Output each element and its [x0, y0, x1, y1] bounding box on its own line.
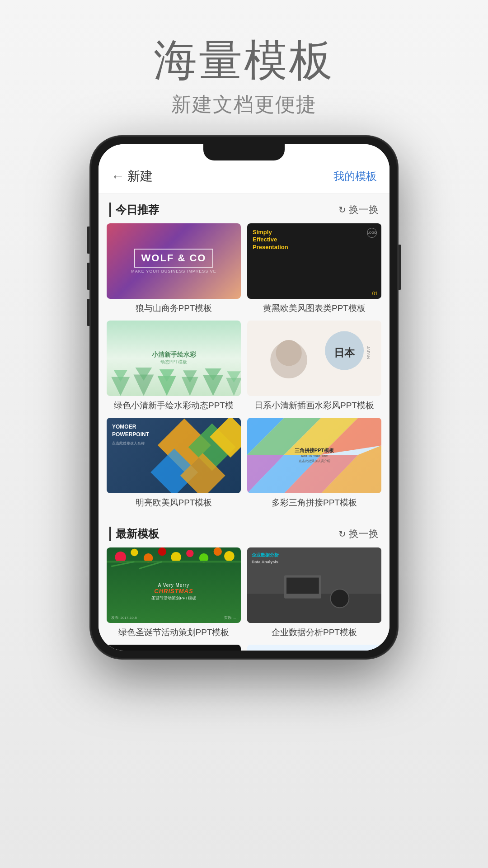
latest-section-header: 最新模板 ↻ 换一换	[99, 518, 389, 547]
christmas-deco-svg	[107, 547, 241, 585]
latest-refresh-icon: ↻	[338, 528, 346, 539]
template-thumb-yomoer: YOMOERPOWERPOINT 点击此处修改人名称	[107, 418, 241, 493]
simple-number: 01	[372, 291, 378, 296]
template-thumb-business: 企业数据分析 Data Analysis	[247, 547, 381, 623]
scroll-area[interactable]: 今日推荐 ↻ 换一换 WOLF & CO MAKE YOUR BUSINESS …	[99, 193, 389, 651]
back-button[interactable]: ← 新建	[111, 168, 153, 185]
christmas-title: CHRISTMAS	[151, 588, 196, 594]
template-thumb-watercolor: 小清新手绘水彩 动态PPT模板	[107, 321, 241, 396]
hero-section: 海量模板 新建文档更便捷	[0, 0, 488, 136]
template-thumb-teacher: 🎒 📚 ✏️ 🔭 🎨 📐 🎵 B	[247, 645, 381, 651]
template-thumb-christmas: A Very Merry CHRISTMAS 圣诞节活动策划PPT模板 发布: …	[107, 547, 241, 623]
template-label-japan: 日系小清新插画水彩风PPT模板	[247, 400, 381, 411]
today-template-grid: WOLF & CO MAKE YOUR BUSINESS IMPRESSIVE …	[99, 223, 389, 515]
template-item-simple[interactable]: SimplyEffectivePresentation LOGO 01 黄黑欧美…	[247, 223, 381, 314]
svg-text:✏️: ✏️	[293, 650, 301, 651]
business-en-sub: Data Analysis	[252, 559, 279, 565]
back-arrow-icon: ←	[111, 169, 125, 184]
latest-section: 最新模板 ↻ 换一换	[99, 518, 389, 651]
wolf-title: WOLF & CO	[134, 249, 214, 268]
watercolor-title: 小清新手绘水彩	[152, 351, 196, 359]
simple-title: SimplyEffectivePresentation	[253, 229, 288, 252]
svg-point-35	[186, 550, 193, 557]
today-refresh-button[interactable]: ↻ 换一换	[338, 203, 379, 217]
template-label-triangle: 多彩三角拼接PPT模板	[247, 497, 381, 509]
template-item-christmas[interactable]: A Very Merry CHRISTMAS 圣诞节活动策划PPT模板 发布: …	[107, 547, 241, 638]
my-template-button[interactable]: 我的模板	[333, 169, 377, 184]
svg-text:日本: 日本	[334, 347, 355, 359]
teacher-bg-svg: 🎒 📚 ✏️ 🔭 🎨 📐 🎵	[247, 645, 381, 651]
triangle-desc: 点击此处添加人员介绍	[295, 459, 334, 463]
latest-refresh-button[interactable]: ↻ 换一换	[338, 527, 379, 541]
template-label-simple: 黄黑欧美风图表类PPT模板	[247, 302, 381, 314]
hero-subtitle: 新建文档更便捷	[0, 91, 488, 118]
christmas-footer: 发布: 2017-10-5 页数: ...	[107, 615, 241, 620]
template-thumb-japan: 日本 JAPAN	[247, 321, 381, 396]
watercolor-subtitle: 动态PPT模板	[152, 359, 196, 365]
simple-logo-text: LOGO	[367, 231, 376, 234]
template-thumb-simple: SimplyEffectivePresentation LOGO 01	[247, 223, 381, 299]
svg-point-34	[171, 552, 181, 562]
yomoer-subtitle: 点击此处修改人名称	[112, 441, 149, 446]
yomoer-text-block: YOMOERPOWERPOINT 点击此处修改人名称	[112, 423, 149, 446]
svg-point-46	[330, 589, 349, 608]
triangle-text-block: 三角拼接PPT模板 Add To Your Title 点击此处添加人员介绍	[286, 447, 343, 463]
latest-section-title: 最新模板	[109, 527, 159, 541]
template-label-wolf: 狼与山商务PPT模板	[107, 302, 241, 314]
template-item-wolf[interactable]: WOLF & CO MAKE YOUR BUSINESS IMPRESSIVE …	[107, 223, 241, 314]
template-thumb-triangle: 三角拼接PPT模板 Add To Your Title 点击此处添加人员介绍	[247, 418, 381, 493]
christmas-pages: 页数: ...	[224, 615, 236, 620]
yomoer-title: YOMOERPOWERPOINT	[112, 423, 149, 439]
template-item-business[interactable]: 企业数据分析 Data Analysis 企业数据分析PPT模板	[247, 547, 381, 638]
phone-notch	[203, 144, 285, 160]
svg-point-33	[158, 547, 166, 556]
triangle-title: 三角拼接PPT模板	[295, 447, 334, 454]
japan-scene-svg: 日本 JAPAN	[247, 321, 381, 396]
business-en-title: 企业数据分析	[252, 552, 279, 558]
svg-text:JAPAN: JAPAN	[366, 346, 371, 359]
svg-rect-45	[286, 577, 319, 594]
watercolor-text-block: 小清新手绘水彩 动态PPT模板	[152, 351, 196, 365]
triangle-subtitle: Add To Your Title	[295, 454, 334, 458]
hero-title: 海量模板	[0, 36, 488, 84]
latest-template-grid: A Very Merry CHRISTMAS 圣诞节活动策划PPT模板 发布: …	[99, 547, 389, 651]
svg-line-41	[139, 561, 162, 568]
svg-point-38	[224, 551, 235, 561]
christmas-very-merry: A Very Merry	[151, 583, 196, 588]
template-item-teacher[interactable]: 🎒 📚 ✏️ 🔭 🎨 📐 🎵 B	[247, 645, 381, 651]
template-item-yomoer[interactable]: YOMOERPOWERPOINT 点击此处修改人名称	[107, 418, 241, 509]
simple-logo: LOGO	[367, 228, 377, 238]
template-item-triangle[interactable]: 三角拼接PPT模板 Add To Your Title 点击此处添加人员介绍 多…	[247, 418, 381, 509]
screen-content: ← 新建 我的模板 今日推荐 ↻ 换一换	[99, 144, 389, 651]
today-section-header: 今日推荐 ↻ 换一换	[99, 193, 389, 223]
phone-mockup: ← 新建 我的模板 今日推荐 ↻ 换一换	[90, 136, 398, 659]
yomoer-diamonds-svg	[149, 418, 241, 493]
today-section-title: 今日推荐	[109, 203, 159, 217]
phone-frame: ← 新建 我的模板 今日推荐 ↻ 换一换	[90, 136, 398, 659]
template-item-japan[interactable]: 日本 JAPAN 日系小清新插画水彩风PPT模板	[247, 321, 381, 411]
template-label-yomoer: 明亮欧美风PPT模板	[107, 497, 241, 509]
phone-screen: ← 新建 我的模板 今日推荐 ↻ 换一换	[99, 144, 389, 651]
template-thumb-thesis: 毕业论文答辩PPT 黑板风格工业设计	[107, 645, 241, 651]
latest-refresh-label: 换一换	[349, 527, 379, 541]
christmas-date: 发布: 2017-10-5	[111, 615, 137, 620]
svg-rect-47	[247, 645, 381, 651]
christmas-subtitle: 圣诞节活动策划PPT模板	[151, 595, 196, 601]
wolf-subtitle: MAKE YOUR BUSINESS IMPRESSIVE	[131, 269, 216, 274]
business-text-block: 企业数据分析 Data Analysis	[252, 552, 279, 565]
template-thumb-wolf: WOLF & CO MAKE YOUR BUSINESS IMPRESSIVE	[107, 223, 241, 299]
template-item-thesis[interactable]: 毕业论文答辩PPT 黑板风格工业设计 黑板风格工业设计毕业论文答辩	[107, 645, 241, 651]
template-label-watercolor: 绿色小清新手绘水彩动态PPT模	[107, 400, 241, 411]
header-title: 新建	[127, 168, 153, 185]
svg-point-37	[214, 547, 222, 556]
svg-point-13	[276, 340, 301, 366]
today-refresh-label: 换一换	[349, 203, 379, 217]
christmas-text-block: A Very Merry CHRISTMAS 圣诞节活动策划PPT模板	[151, 583, 196, 601]
template-item-watercolor[interactable]: 小清新手绘水彩 动态PPT模板	[107, 321, 241, 411]
template-label-christmas: 绿色圣诞节活动策划PPT模板	[107, 627, 241, 638]
svg-point-31	[131, 549, 138, 556]
refresh-icon: ↻	[338, 204, 346, 215]
template-label-business: 企业数据分析PPT模板	[247, 627, 381, 638]
